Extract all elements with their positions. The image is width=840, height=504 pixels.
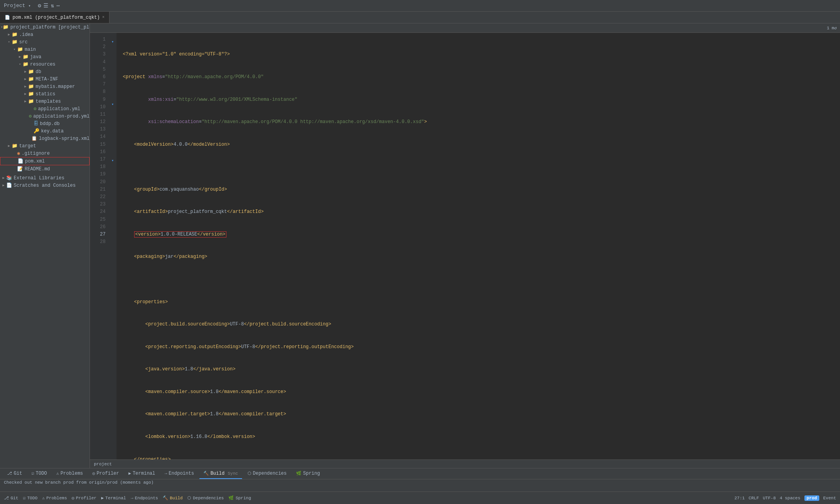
tree-item-templates[interactable]: ▶ 📁 templates: [0, 98, 90, 105]
tree-item-label: application.yml: [38, 106, 80, 112]
problems-status-label: Problems: [46, 496, 67, 500]
tab-problems[interactable]: ⚠ Problems: [52, 468, 87, 479]
encoding[interactable]: UTF-8: [763, 496, 776, 500]
tree-item-application-prod-yml[interactable]: ⚙ application-prod.yml: [0, 113, 90, 120]
status-bar: ⎇ Git ☑ TODO ⚠ Problems ◎ Profiler ▶ Ter…: [0, 491, 840, 504]
tab-close-icon[interactable]: ×: [102, 15, 104, 20]
tree-item-application-yml[interactable]: ⚙ application.yml: [0, 105, 90, 113]
settings-icon[interactable]: ⚙: [38, 2, 41, 9]
cursor-position[interactable]: 27:1: [734, 496, 745, 500]
tab-dependencies[interactable]: ⬡ Dependencies: [244, 468, 291, 479]
collapse-icon[interactable]: ⇅: [51, 2, 54, 9]
code-area[interactable]: 1 2 3 4 5 6 7 8 9 10 11 12 13 14 15 16 1…: [90, 33, 840, 459]
tree-item-mybatis[interactable]: ▶ 📁 mybatis.mapper: [0, 83, 90, 90]
line-num-14: 14: [90, 133, 109, 141]
breadcrumb[interactable]: project: [94, 462, 112, 466]
title-bar-left: Project ▾ ⚙ ☰ ⇅ ⋯: [4, 2, 60, 9]
profiler-status-label: Profiler: [76, 496, 97, 500]
tree-item-label: src: [19, 39, 28, 45]
list-icon[interactable]: ☰: [43, 2, 48, 9]
maven-icon[interactable]: m↺: [832, 25, 837, 30]
code-line-5: <modelVersion>4.0.0</modelVersion>: [123, 141, 834, 148]
line-num-17: 17: [90, 156, 109, 163]
tree-item-target[interactable]: ▶ 📁 target: [0, 142, 90, 150]
gutter-icon-6: [109, 64, 117, 70]
expand-arrow-icon: ▶: [1, 183, 6, 188]
event-log[interactable]: Event: [823, 496, 836, 500]
fold-icon[interactable]: 1: [827, 26, 829, 30]
tree-item-scratches[interactable]: ▶ 📄 Scratches and Consoles: [0, 182, 90, 189]
gutter-icon-12[interactable]: ▾: [109, 102, 117, 108]
tab-terminal[interactable]: ▶ Terminal: [125, 468, 159, 479]
branch-badge[interactable]: prod: [804, 495, 819, 501]
terminal-status-icon: ▶: [101, 495, 104, 500]
folder-icon: 📁: [28, 91, 34, 97]
tree-item-gitignore[interactable]: ◉ .gitignore: [0, 150, 90, 157]
gutter-icon-4: [109, 52, 117, 58]
more-icon[interactable]: ⋯: [57, 2, 60, 9]
tree-item-external-libraries[interactable]: ▶ 📚 External Libraries: [0, 174, 90, 182]
code-line-12: <properties>: [123, 298, 834, 306]
endpoints-status-item[interactable]: → Endpoints: [131, 496, 158, 500]
expand-arrow-icon: ▾: [17, 62, 23, 66]
dependencies-status-item[interactable]: ⬡ Dependencies: [187, 495, 224, 500]
problems-status-item[interactable]: ⚠ Problems: [42, 495, 67, 500]
gutter-icon-11: [109, 95, 117, 102]
tree-item-idea[interactable]: ▶ 📁 .idea: [0, 31, 90, 38]
tab-endpoints[interactable]: → Endpoints: [161, 468, 198, 479]
gutter-icon-2[interactable]: ▾: [109, 39, 117, 45]
file-icon: 🗄: [34, 121, 38, 127]
main-area: ▾ 📁 project_platform [project_platform_c…: [0, 23, 840, 468]
tree-item-key-data[interactable]: 🔑 key.data: [0, 127, 90, 135]
tree-item-statics[interactable]: ▶ 📁 statics: [0, 90, 90, 98]
spring-status-label: Spring: [235, 496, 251, 500]
git-status-item[interactable]: ⎇ Git: [4, 495, 18, 500]
tree-item-readme[interactable]: 📝 README.md: [0, 165, 90, 173]
code-line-18: <lombok.version>1.16.8</lombok.version>: [123, 433, 834, 441]
gutter-icon-21[interactable]: ▾: [109, 158, 117, 164]
expand-arrow-icon: ▶: [23, 99, 28, 104]
line-num-16: 16: [90, 148, 109, 156]
build-status-item[interactable]: 🔨 Build: [163, 495, 183, 500]
tab-todo[interactable]: ☑ TODO: [28, 468, 51, 479]
tree-item-db[interactable]: ▶ 📁 db: [0, 68, 90, 75]
code-content[interactable]: <?xml version="1.0" encoding="UTF-8"?> <…: [117, 33, 840, 459]
dropdown-arrow-icon[interactable]: ▾: [29, 4, 31, 8]
tab-git[interactable]: ⎇ Git: [3, 468, 26, 479]
indent[interactable]: 4 spaces: [780, 496, 801, 500]
tab-spring[interactable]: 🌿 Spring: [292, 468, 324, 479]
folder-icon: 📁: [28, 84, 34, 89]
tree-item-pom-xml[interactable]: 📄 pom.xml: [0, 157, 90, 165]
file-icon: 📝: [17, 166, 23, 172]
code-line-11: [123, 276, 834, 283]
tree-item-label: logback-spring.xml: [39, 136, 90, 141]
folder-icon: 📁: [28, 98, 34, 104]
active-tab[interactable]: 📄 pom.xml (project_platform_cqkt) ×: [0, 12, 109, 23]
endpoints-icon: →: [165, 471, 167, 476]
terminal-status-item[interactable]: ▶ Terminal: [101, 495, 126, 500]
library-icon: 📚: [6, 175, 12, 181]
folder-icon: 📁: [3, 24, 9, 30]
todo-status-item[interactable]: ☑ TODO: [23, 495, 38, 500]
tree-item-root[interactable]: ▾ 📁 project_platform [project_platform_c…: [0, 23, 90, 31]
tree-item-metainf[interactable]: ▶ 📁 META-INF: [0, 75, 90, 83]
profiler-status-item[interactable]: ◎ Profiler: [72, 495, 96, 500]
sidebar: ▾ 📁 project_platform [project_platform_c…: [0, 23, 90, 468]
expand-arrow-icon: ▶: [6, 144, 12, 148]
tree-item-logback[interactable]: 📋 logback-spring.xml: [0, 135, 90, 142]
status-message: Checked out new branch prod from origin/…: [4, 480, 154, 485]
tab-build[interactable]: 🔨 Build Sync: [199, 468, 242, 479]
tree-item-main[interactable]: ▾ 📁 main: [0, 46, 90, 53]
line-num-2: 2: [90, 43, 109, 51]
tab-profiler[interactable]: ◎ Profiler: [88, 468, 123, 479]
todo-status-label: TODO: [27, 496, 37, 500]
version-highlight: <version>1.0.0-RELEASE</version>: [134, 231, 226, 238]
project-label[interactable]: Project: [4, 3, 25, 9]
line-ending[interactable]: CRLF: [748, 496, 759, 500]
tree-item-resources[interactable]: ▾ 📁 resources: [0, 61, 90, 68]
gutter-icon-5: [109, 58, 117, 64]
spring-status-item[interactable]: 🌿 Spring: [228, 495, 251, 500]
tree-item-src[interactable]: ▾ 📁 src: [0, 38, 90, 46]
tree-item-java[interactable]: ▶ 📁 java: [0, 53, 90, 61]
tree-item-bddp-db[interactable]: 🗄 bddp.db: [0, 120, 90, 127]
